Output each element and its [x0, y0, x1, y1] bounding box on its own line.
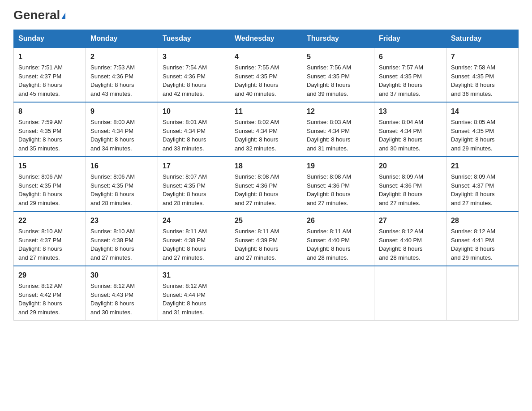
day-number: 25 — [235, 215, 297, 226]
day-number: 15 — [18, 161, 81, 171]
day-number: 2 — [90, 51, 153, 62]
day-daylight: Daylight: 8 hoursand 31 minutes. — [307, 136, 351, 152]
day-sunrise: Sunrise: 7:54 AM — [163, 64, 207, 71]
day-sunset: Sunset: 4:42 PM — [18, 291, 61, 298]
day-sunrise: Sunrise: 8:06 AM — [90, 173, 135, 180]
day-sunset: Sunset: 4:37 PM — [18, 73, 61, 80]
day-sunrise: Sunrise: 8:08 AM — [307, 173, 351, 180]
day-cell: 8 Sunrise: 7:59 AM Sunset: 4:35 PM Dayli… — [14, 102, 86, 157]
day-sunset: Sunset: 4:39 PM — [235, 237, 278, 244]
day-cell: 25 Sunrise: 8:11 AM Sunset: 4:39 PM Dayl… — [230, 211, 302, 266]
day-cell: 16 Sunrise: 8:06 AM Sunset: 4:35 PM Dayl… — [86, 157, 158, 211]
day-cell: 29 Sunrise: 8:12 AM Sunset: 4:42 PM Dayl… — [14, 266, 86, 321]
day-cell: 26 Sunrise: 8:11 AM Sunset: 4:40 PM Dayl… — [302, 211, 374, 266]
day-sunrise: Sunrise: 8:05 AM — [451, 119, 495, 125]
day-sunset: Sunset: 4:36 PM — [379, 182, 422, 189]
day-number: 28 — [451, 215, 514, 226]
day-sunset: Sunset: 4:34 PM — [163, 128, 206, 134]
day-cell: 30 Sunrise: 8:12 AM Sunset: 4:43 PM Dayl… — [86, 266, 158, 321]
day-sunset: Sunset: 4:37 PM — [18, 237, 61, 244]
day-daylight: Daylight: 8 hoursand 27 minutes. — [18, 245, 62, 261]
day-sunset: Sunset: 4:35 PM — [307, 73, 350, 80]
header-row: SundayMondayTuesdayWednesdayThursdayFrid… — [14, 30, 519, 48]
day-sunset: Sunset: 4:36 PM — [235, 182, 278, 189]
day-sunrise: Sunrise: 8:12 AM — [451, 228, 495, 235]
day-daylight: Daylight: 8 hoursand 27 minutes. — [307, 191, 351, 206]
day-daylight: Daylight: 8 hoursand 27 minutes. — [90, 245, 134, 261]
day-sunrise: Sunrise: 8:00 AM — [90, 119, 135, 125]
page-header: General — [13, 9, 519, 21]
day-sunrise: Sunrise: 7:51 AM — [18, 64, 63, 71]
day-cell: 24 Sunrise: 8:11 AM Sunset: 4:38 PM Dayl… — [158, 211, 230, 266]
day-sunrise: Sunrise: 7:56 AM — [307, 64, 351, 71]
day-cell: 7 Sunrise: 7:58 AM Sunset: 4:35 PM Dayli… — [446, 47, 519, 102]
day-sunrise: Sunrise: 8:04 AM — [379, 119, 423, 125]
day-number: 5 — [307, 51, 369, 62]
day-daylight: Daylight: 8 hoursand 31 minutes. — [163, 300, 206, 316]
day-daylight: Daylight: 8 hoursand 28 minutes. — [90, 191, 134, 206]
day-number: 7 — [451, 51, 514, 62]
day-number: 18 — [235, 161, 297, 171]
day-sunrise: Sunrise: 8:09 AM — [379, 173, 423, 180]
day-sunset: Sunset: 4:35 PM — [235, 73, 278, 80]
day-sunrise: Sunrise: 8:12 AM — [18, 283, 63, 289]
day-daylight: Daylight: 8 hoursand 34 minutes. — [90, 136, 134, 152]
day-cell: 6 Sunrise: 7:57 AM Sunset: 4:35 PM Dayli… — [374, 47, 446, 102]
logo: General — [13, 9, 65, 21]
header-cell-monday: Monday — [86, 30, 158, 48]
day-daylight: Daylight: 8 hoursand 43 minutes. — [90, 81, 134, 97]
day-cell: 31 Sunrise: 8:12 AM Sunset: 4:44 PM Dayl… — [158, 266, 230, 321]
day-sunrise: Sunrise: 8:07 AM — [163, 173, 207, 180]
day-cell: 13 Sunrise: 8:04 AM Sunset: 4:34 PM Dayl… — [374, 102, 446, 157]
day-cell: 1 Sunrise: 7:51 AM Sunset: 4:37 PM Dayli… — [14, 47, 86, 102]
day-cell: 4 Sunrise: 7:55 AM Sunset: 4:35 PM Dayli… — [230, 47, 302, 102]
day-number: 11 — [235, 106, 297, 117]
day-cell: 12 Sunrise: 8:03 AM Sunset: 4:34 PM Dayl… — [302, 102, 374, 157]
day-number: 20 — [379, 161, 442, 171]
day-daylight: Daylight: 8 hoursand 40 minutes. — [235, 81, 279, 97]
day-sunset: Sunset: 4:36 PM — [90, 73, 133, 80]
day-sunset: Sunset: 4:40 PM — [379, 237, 422, 244]
day-number: 29 — [18, 270, 81, 281]
day-number: 10 — [163, 106, 225, 117]
day-sunrise: Sunrise: 7:57 AM — [379, 64, 423, 71]
header-cell-wednesday: Wednesday — [230, 30, 302, 48]
calendar-body: 1 Sunrise: 7:51 AM Sunset: 4:37 PM Dayli… — [14, 47, 519, 321]
day-number: 19 — [307, 161, 369, 171]
day-sunrise: Sunrise: 8:09 AM — [451, 173, 495, 180]
calendar-table: SundayMondayTuesdayWednesdayThursdayFrid… — [13, 30, 519, 321]
day-daylight: Daylight: 8 hoursand 29 minutes. — [451, 245, 495, 261]
day-number: 30 — [90, 270, 153, 281]
day-cell: 9 Sunrise: 8:00 AM Sunset: 4:34 PM Dayli… — [86, 102, 158, 157]
day-number: 14 — [451, 106, 514, 117]
day-sunrise: Sunrise: 8:10 AM — [90, 228, 135, 235]
day-number: 31 — [163, 270, 225, 281]
week-row-2: 8 Sunrise: 7:59 AM Sunset: 4:35 PM Dayli… — [14, 102, 519, 157]
day-sunset: Sunset: 4:35 PM — [163, 182, 206, 189]
week-row-3: 15 Sunrise: 8:06 AM Sunset: 4:35 PM Dayl… — [14, 157, 519, 211]
day-daylight: Daylight: 8 hoursand 33 minutes. — [163, 136, 206, 152]
day-sunset: Sunset: 4:34 PM — [90, 128, 133, 134]
day-sunrise: Sunrise: 7:55 AM — [235, 64, 279, 71]
day-daylight: Daylight: 8 hoursand 28 minutes. — [307, 245, 351, 261]
day-number: 17 — [163, 161, 225, 171]
day-cell: 14 Sunrise: 8:05 AM Sunset: 4:35 PM Dayl… — [446, 102, 519, 157]
day-sunrise: Sunrise: 8:10 AM — [18, 228, 63, 235]
day-cell: 23 Sunrise: 8:10 AM Sunset: 4:38 PM Dayl… — [86, 211, 158, 266]
day-daylight: Daylight: 8 hoursand 30 minutes. — [379, 136, 423, 152]
day-sunrise: Sunrise: 8:06 AM — [18, 173, 63, 180]
day-cell: 20 Sunrise: 8:09 AM Sunset: 4:36 PM Dayl… — [374, 157, 446, 211]
day-daylight: Daylight: 8 hoursand 27 minutes. — [451, 191, 495, 206]
header-cell-saturday: Saturday — [446, 30, 519, 48]
day-cell: 19 Sunrise: 8:08 AM Sunset: 4:36 PM Dayl… — [302, 157, 374, 211]
day-number: 24 — [163, 215, 225, 226]
day-number: 4 — [235, 51, 297, 62]
day-sunset: Sunset: 4:36 PM — [163, 73, 206, 80]
day-sunset: Sunset: 4:38 PM — [90, 237, 133, 244]
day-cell: 21 Sunrise: 8:09 AM Sunset: 4:37 PM Dayl… — [446, 157, 519, 211]
day-number: 1 — [18, 51, 81, 62]
day-cell — [230, 266, 302, 321]
day-sunset: Sunset: 4:35 PM — [18, 182, 61, 189]
day-sunrise: Sunrise: 8:08 AM — [235, 173, 279, 180]
day-sunrise: Sunrise: 8:11 AM — [163, 228, 207, 235]
